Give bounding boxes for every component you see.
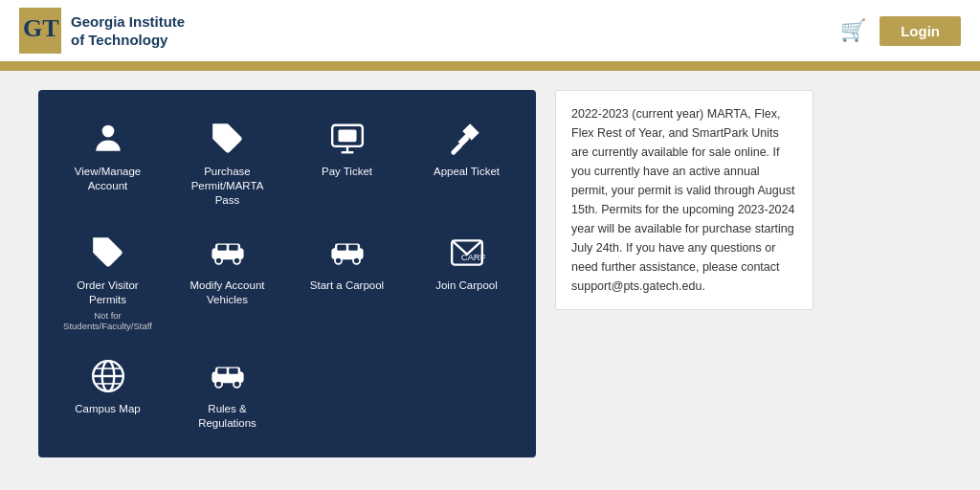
globe-icon [90,358,126,394]
svg-text:CARPOOL: CARPOOL [460,252,484,262]
appeal-ticket-label: Appeal Ticket [434,165,500,179]
login-button[interactable]: Login [880,16,961,46]
rules-regulations-tile[interactable]: Rules &Regulations [169,345,285,440]
tag-icon [210,121,246,157]
envelope-icon: CARPOOL [449,234,485,271]
svg-point-15 [233,257,239,264]
carpool-start-icon [329,234,366,271]
svg-point-11 [98,243,102,248]
logo-area: GT Georgia Institute of Technology [19,8,185,54]
row1-grid: View/ManageAccount PurchasePermit/MARTAP… [50,107,524,217]
svg-rect-35 [217,368,227,373]
start-carpool-label: Start a Carpool [310,278,384,293]
monitor-dollar-icon: $ [329,121,366,157]
svg-point-34 [233,380,239,387]
info-panel-text: 2022-2023 (current year) MARTA, Flex, Fl… [571,104,797,296]
rules-regulations-label: Rules &Regulations [198,402,256,431]
view-manage-account-tile[interactable]: View/ManageAccount [50,107,166,217]
join-carpool-label: Join Carpool [435,278,498,293]
row3-grid: Campus Map Rules &Regulations [50,345,524,440]
gt-logo-icon: GT [19,8,61,54]
pay-ticket-label: Pay Ticket [322,165,372,179]
svg-rect-23 [348,245,358,251]
join-carpool-tile[interactable]: CARPOOL Join Carpool [409,221,524,341]
svg-rect-16 [217,245,227,251]
order-visitor-permits-label: Order VisitorPermits [77,278,138,307]
person-icon [90,121,126,157]
svg-rect-22 [337,245,346,251]
start-carpool-tile[interactable]: Start a Carpool [289,221,405,341]
gavel-icon [449,121,485,157]
info-panel: 2022-2023 (current year) MARTA, Flex, Fl… [555,90,813,310]
header-right: 🛒 Login [840,16,961,46]
empty-slot-1 [289,345,405,440]
modify-account-vehicles-tile[interactable]: Modify AccountVehicles [169,221,285,341]
svg-rect-17 [229,245,238,251]
purchase-permit-label: PurchasePermit/MARTAPass [191,165,264,208]
modify-account-vehicles-label: Modify AccountVehicles [190,278,265,307]
svg-point-21 [352,257,359,264]
svg-line-10 [453,146,458,152]
svg-text:GT: GT [23,14,59,42]
campus-map-label: Campus Map [75,402,140,416]
order-visitor-permits-sublabel: Not forStudents/Faculty/Staff [63,310,152,331]
appeal-ticket-tile[interactable]: Appeal Ticket [409,107,524,217]
car-icon [210,234,246,271]
header: GT Georgia Institute of Technology 🛒 Log… [0,0,980,65]
main-content: View/ManageAccount PurchasePermit/MARTAP… [0,71,980,477]
campus-map-tile[interactable]: Campus Map [50,345,166,440]
svg-point-33 [214,380,221,387]
svg-point-20 [334,257,341,264]
visitor-tag-icon [90,234,126,271]
svg-rect-36 [229,368,238,373]
blue-panel: View/ManageAccount PurchasePermit/MARTAP… [38,90,536,457]
order-visitor-permits-tile[interactable]: Order VisitorPermits Not forStudents/Fac… [50,221,166,341]
logo-text: Georgia Institute of Technology [71,12,185,50]
row2-grid: Order VisitorPermits Not forStudents/Fac… [50,221,524,341]
view-manage-account-label: View/ManageAccount [75,165,141,193]
empty-slot-2 [409,345,524,440]
svg-point-2 [101,125,114,138]
cart-icon[interactable]: 🛒 [840,18,866,43]
svg-point-14 [214,257,221,264]
rules-car-icon [210,358,246,394]
svg-text:$: $ [341,131,346,143]
pay-ticket-tile[interactable]: $ Pay Ticket [289,107,405,217]
purchase-permit-tile[interactable]: PurchasePermit/MARTAPass [169,107,285,217]
